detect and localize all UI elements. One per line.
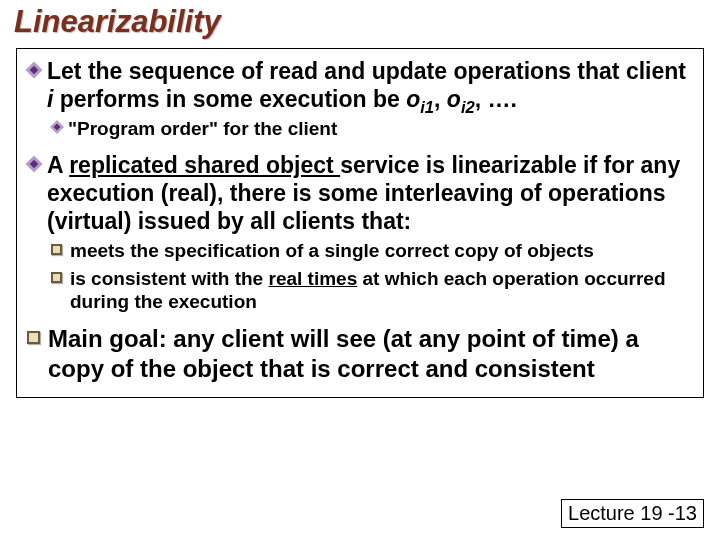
diamond-icon (27, 63, 41, 77)
bullet-2a: meets the specification of a single corr… (51, 239, 693, 263)
diamond-icon (51, 121, 62, 132)
content-box: Let the sequence of read and update oper… (16, 48, 704, 398)
slide-title: Linearizability (0, 0, 720, 40)
bullet-2a-text: meets the specification of a single corr… (70, 239, 594, 263)
bullet-1-sub-text: "Program order" for the client (68, 117, 337, 141)
bullet-2b-text: is consistent with the real times at whi… (70, 267, 693, 315)
bullet-2: A replicated shared object service is li… (27, 151, 693, 235)
square-icon (51, 244, 62, 255)
diamond-icon (27, 157, 41, 171)
bullet-1: Let the sequence of read and update oper… (27, 57, 693, 113)
bullet-1-text: Let the sequence of read and update oper… (47, 57, 693, 113)
bullet-2b: is consistent with the real times at whi… (51, 267, 693, 315)
slide-footer: Lecture 19 -13 (561, 499, 704, 528)
bullet-2-text: A replicated shared object service is li… (47, 151, 693, 235)
bullet-1-sub: "Program order" for the client (51, 117, 693, 141)
square-icon (51, 272, 62, 283)
bullet-3-text: Main goal: any client will see (at any p… (48, 324, 693, 383)
square-icon (27, 331, 40, 344)
bullet-3: Main goal: any client will see (at any p… (27, 324, 693, 383)
